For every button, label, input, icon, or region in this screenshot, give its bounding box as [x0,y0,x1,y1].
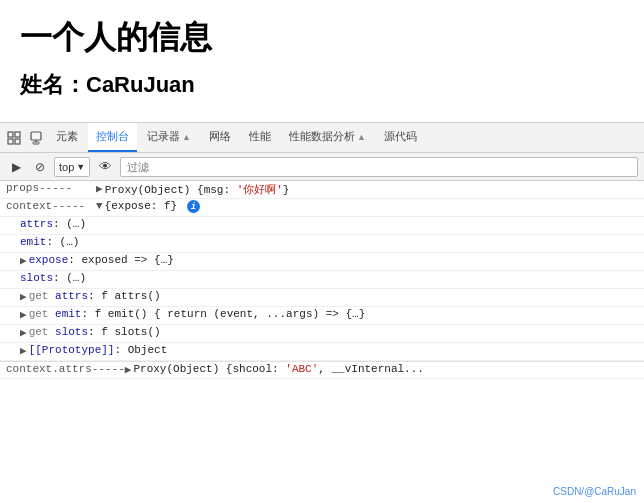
console-row-get-slots[interactable]: get slots: f slots() [0,325,644,343]
get-attrs-arrow[interactable] [20,290,27,303]
context-attrs-value: Proxy(Object) {shcool: 'ABC', __vInterna… [133,363,644,375]
get-attrs-value: get attrs: f attrs() [29,290,644,302]
top-label: top [59,161,74,173]
context-value: {expose: f} i [105,200,644,213]
get-slots-arrow[interactable] [20,326,27,339]
get-slots-value: get slots: f slots() [29,326,644,338]
console-row-get-attrs[interactable]: get attrs: f attrs() [0,289,644,307]
expose-key: expose: exposed => {…} [29,254,644,266]
block-icon[interactable]: ⊘ [30,157,50,177]
console-row-slots[interactable]: slots: (…) [0,271,644,289]
attrs-key: attrs: (…) [20,218,644,230]
prototype-value: [[Prototype]]: Object [29,344,644,356]
page-content: 一个人的信息 姓名：CaRuJuan [0,0,644,122]
slots-key: slots: (…) [20,272,644,284]
props-arrow[interactable] [96,182,103,195]
tab-network[interactable]: 网络 [201,123,239,152]
tab-performance[interactable]: 性能 [241,123,279,152]
svg-rect-2 [8,139,13,144]
run-icon[interactable]: ▶ [6,157,26,177]
svg-rect-4 [31,132,41,140]
page-subtitle: 姓名：CaRuJuan [20,70,624,100]
context-label: context----- [6,200,96,212]
tab-console[interactable]: 控制台 [88,123,137,152]
devtools-toolbar: ▶ ⊘ top ▼ 👁 [0,153,644,181]
tab-performance-analysis[interactable]: 性能数据分析 ▲ [281,123,374,152]
svg-rect-5 [33,142,39,144]
info-icon: i [187,200,200,213]
devtools-tab-bar: 元素 控制台 记录器 ▲ 网络 性能 性能数据分析 ▲ 源代码 [0,123,644,153]
inspect-icon[interactable] [4,128,24,148]
prototype-arrow[interactable] [20,344,27,357]
props-label: props----- [6,182,96,194]
tab-recorder[interactable]: 记录器 ▲ [139,123,199,152]
page-title: 一个人的信息 [20,16,624,60]
svg-rect-1 [15,132,20,137]
watermark: CSDN/@CaRuJan [553,486,636,497]
svg-rect-3 [15,139,20,144]
console-row-props[interactable]: props----- Proxy(Object) {msg: '你好啊'} [0,181,644,199]
console-row-get-emit[interactable]: get emit: f emit() { return (event, ...a… [0,307,644,325]
devtools-console: props----- Proxy(Object) {msg: '你好啊'} co… [0,181,644,379]
devtools-panel: 元素 控制台 记录器 ▲ 网络 性能 性能数据分析 ▲ 源代码 ▶ ⊘ top … [0,122,644,379]
context-arrow[interactable] [96,200,103,212]
console-row-attrs[interactable]: attrs: (…) [0,217,644,235]
get-emit-arrow[interactable] [20,308,27,321]
console-row-expose[interactable]: expose: exposed => {…} [0,253,644,271]
filter-input[interactable] [120,157,638,177]
svg-rect-0 [8,132,13,137]
eye-icon[interactable]: 👁 [94,156,116,178]
console-row-emit[interactable]: emit: (…) [0,235,644,253]
expose-arrow[interactable] [20,254,27,267]
context-attrs-arrow[interactable] [125,363,132,376]
top-selector[interactable]: top ▼ [54,157,90,177]
console-row-prototype[interactable]: [[Prototype]]: Object [0,343,644,361]
console-row-context-attrs[interactable]: context.attrs----- Proxy(Object) {shcool… [0,361,644,379]
context-attrs-label: context.attrs----- [6,363,125,375]
tab-elements[interactable]: 元素 [48,123,86,152]
tab-sources[interactable]: 源代码 [376,123,425,152]
props-value: Proxy(Object) {msg: '你好啊'} [105,182,644,197]
device-icon[interactable] [26,128,46,148]
get-emit-value: get emit: f emit() { return (event, ...a… [29,308,644,320]
dropdown-arrow-icon: ▼ [76,162,85,172]
console-row-context[interactable]: context----- {expose: f} i [0,199,644,217]
emit-key: emit: (…) [20,236,644,248]
